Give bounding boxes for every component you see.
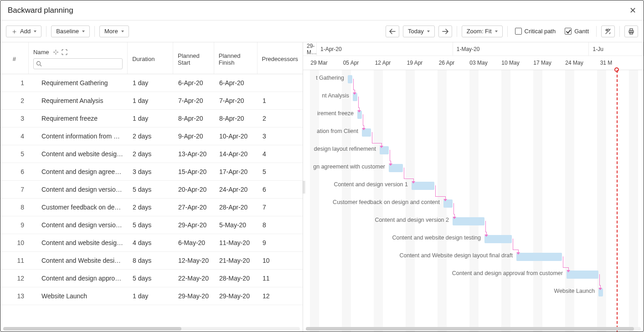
task-predecessors[interactable]: 12 — [258, 292, 303, 300]
task-duration[interactable]: 5 days — [128, 186, 174, 193]
task-planned-finish[interactable]: 8-Apr-20 — [215, 115, 258, 122]
close-icon[interactable]: ✕ — [629, 6, 636, 15]
table-row[interactable]: 2Requirement Analysis1 day7-Apr-207-Apr-… — [0, 92, 303, 110]
table-row[interactable]: 6Content and design agreemen…3 days15-Ap… — [0, 163, 303, 181]
table-row[interactable]: 1Requirement Gathering1 day6-Apr-206-Apr… — [0, 74, 303, 92]
task-name[interactable]: Content and design agreemen… — [29, 168, 128, 175]
col-number-header[interactable]: # — [0, 42, 29, 74]
task-duration[interactable]: 2 days — [128, 150, 174, 158]
gantt-row[interactable]: Customer feedback on design and content — [303, 194, 644, 212]
table-row[interactable]: 8Customer feedback on design…2 days27-Ap… — [0, 199, 303, 216]
grid-scrollbar[interactable] — [3, 327, 300, 331]
table-row[interactable]: 13Website Launch1 day29-May-2029-May-201… — [0, 287, 303, 305]
task-planned-finish[interactable]: 17-Apr-20 — [215, 168, 258, 175]
task-predecessors[interactable]: 11 — [258, 275, 303, 282]
next-button[interactable] — [438, 26, 452, 37]
task-planned-finish[interactable]: 28-Apr-20 — [215, 204, 258, 211]
col-predecessors-header[interactable]: Predecessors — [258, 42, 303, 74]
task-duration[interactable]: 1 day — [128, 115, 174, 122]
task-name[interactable]: Requirement Analysis — [29, 97, 128, 104]
table-row[interactable]: 5Content and website design la…2 days13-… — [0, 145, 303, 163]
task-duration[interactable]: 3 days — [128, 168, 174, 175]
settings-button[interactable] — [601, 26, 615, 37]
task-planned-finish[interactable]: 5-May-20 — [215, 221, 258, 229]
col-planned-start-header[interactable]: Planned Start — [173, 42, 214, 74]
baseline-button[interactable]: Baseline — [51, 26, 90, 37]
task-predecessors[interactable]: 4 — [258, 150, 303, 158]
task-predecessors[interactable]: 5 — [258, 168, 303, 175]
task-predecessors[interactable]: 7 — [258, 204, 303, 211]
table-row[interactable]: 4Content information from Cli…2 days9-Ap… — [0, 128, 303, 145]
critical-path-checkbox[interactable]: Critical path — [512, 28, 559, 35]
zoom-button[interactable]: Zoom: Fit — [462, 26, 503, 37]
task-planned-start[interactable]: 22-May-20 — [174, 275, 215, 282]
task-planned-start[interactable]: 9-Apr-20 — [174, 133, 215, 140]
task-duration[interactable]: 1 day — [128, 79, 174, 87]
task-planned-finish[interactable]: 24-Apr-20 — [215, 186, 258, 193]
expand-icon[interactable] — [62, 49, 67, 55]
gantt-row[interactable]: Content and website design testing — [303, 230, 644, 248]
add-button[interactable]: ＋ Add — [6, 26, 41, 37]
task-planned-start[interactable]: 7-Apr-20 — [174, 97, 215, 104]
prev-button[interactable] — [386, 26, 399, 37]
gantt-row[interactable]: design layout refinement — [303, 141, 644, 159]
table-row[interactable]: 10Content and website design t…4 days6-M… — [0, 234, 303, 252]
gantt-row[interactable]: Content and Website design layout final … — [303, 248, 644, 266]
table-row[interactable]: 11Content and Website design l…8 days12-… — [0, 252, 303, 270]
task-predecessors[interactable]: 1 — [258, 97, 303, 104]
gantt-row[interactable]: ation from Client — [303, 123, 644, 141]
name-search-input[interactable] — [33, 58, 123, 69]
task-duration[interactable]: 5 days — [128, 221, 174, 229]
gantt-checkbox[interactable]: Gantt — [562, 28, 592, 35]
task-predecessors[interactable]: 10 — [258, 257, 303, 264]
today-button[interactable]: Today — [403, 26, 435, 37]
gantt-bar[interactable] — [516, 253, 562, 261]
task-planned-start[interactable]: 13-Apr-20 — [174, 150, 215, 158]
task-duration[interactable]: 2 days — [128, 204, 174, 211]
task-planned-start[interactable]: 29-May-20 — [174, 292, 215, 300]
table-row[interactable]: 12Content and design approval f…5 days22… — [0, 270, 303, 287]
task-planned-start[interactable]: 12-May-20 — [174, 257, 215, 264]
task-predecessors[interactable]: 6 — [258, 186, 303, 193]
task-duration[interactable]: 4 days — [128, 239, 174, 246]
table-row[interactable]: 9Content and design version 25 days29-Ap… — [0, 216, 303, 234]
gantt-bar[interactable] — [484, 235, 512, 243]
col-duration-header[interactable]: Duration — [128, 42, 173, 74]
task-planned-finish[interactable]: 11-May-20 — [215, 239, 258, 246]
gantt-scrollbar[interactable] — [306, 327, 641, 331]
gantt-row[interactable]: irement freeze — [303, 106, 644, 123]
task-duration[interactable]: 2 days — [128, 133, 174, 140]
task-name[interactable]: Content and design version 2 — [29, 221, 128, 229]
gantt-row[interactable]: Content and design version 2 — [303, 212, 644, 230]
task-predecessors[interactable]: 2 — [258, 115, 303, 122]
gantt-row[interactable]: Content and design version 1 — [303, 177, 644, 194]
pane-splitter[interactable] — [302, 42, 306, 332]
task-duration[interactable]: 1 day — [128, 97, 174, 104]
task-name[interactable]: Requirement Gathering — [29, 79, 128, 87]
gantt-row[interactable]: nt Analysis — [303, 88, 644, 106]
task-planned-finish[interactable]: 7-Apr-20 — [215, 97, 258, 104]
gantt-bar[interactable] — [453, 217, 484, 225]
print-button[interactable] — [624, 26, 638, 37]
task-planned-start[interactable]: 8-Apr-20 — [174, 115, 215, 122]
collapse-icon[interactable] — [53, 49, 59, 55]
task-name[interactable]: Content and Website design l… — [29, 257, 128, 264]
gantt-row[interactable]: gn agreement with customer — [303, 159, 644, 177]
task-planned-start[interactable]: 6-May-20 — [174, 239, 215, 246]
task-planned-finish[interactable]: 21-May-20 — [215, 257, 258, 264]
col-planned-finish-header[interactable]: Planned Finish — [214, 42, 258, 74]
gantt-body[interactable]: t Gatheringnt Analysisirement freezeatio… — [303, 70, 644, 332]
gantt-bar[interactable] — [348, 75, 352, 83]
task-planned-start[interactable]: 20-Apr-20 — [174, 186, 215, 193]
gantt-row[interactable]: Website Launch — [303, 283, 644, 301]
col-name-label[interactable]: Name — [33, 49, 49, 56]
task-name[interactable]: Customer feedback on design… — [29, 204, 128, 211]
task-planned-finish[interactable]: 6-Apr-20 — [215, 79, 258, 87]
task-name[interactable]: Content and website design t… — [29, 239, 128, 246]
gantt-row[interactable]: t Gathering — [303, 70, 644, 88]
task-name[interactable]: Website Launch — [29, 292, 128, 300]
task-planned-start[interactable]: 15-Apr-20 — [174, 168, 215, 175]
task-planned-start[interactable]: 27-Apr-20 — [174, 204, 215, 211]
task-planned-finish[interactable]: 29-May-20 — [215, 292, 258, 300]
table-row[interactable]: 3Requirement freeze1 day8-Apr-208-Apr-20… — [0, 110, 303, 128]
